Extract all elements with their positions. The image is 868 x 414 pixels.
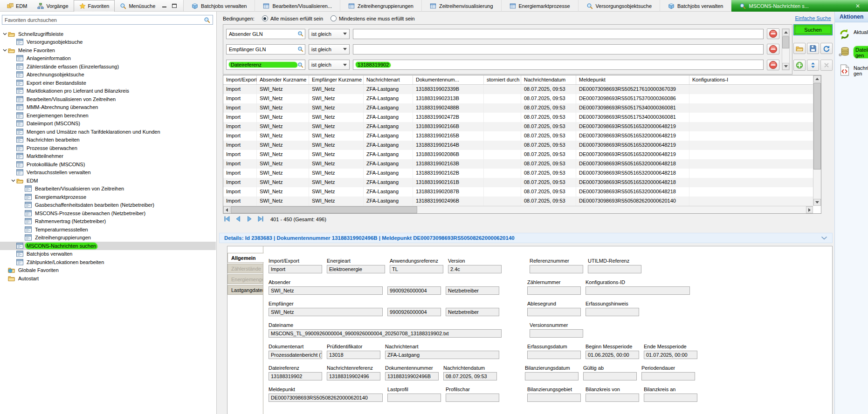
document-tab[interactable]: MSCONS-Nachrichten s... ✕	[731, 0, 868, 12]
table-row[interactable]: Import SWI_Netz SWI_Netz ZFA-Lastgang 13…	[223, 122, 821, 131]
form-field-input[interactable]	[530, 265, 583, 273]
table-row[interactable]: Import SWI_Netz SWI_Netz ZFA-Lastgang 13…	[223, 178, 821, 187]
conditions-scrollbar[interactable]	[782, 28, 790, 70]
search-icon[interactable]	[204, 17, 210, 23]
details-tab[interactable]: Lastgangdaten	[227, 285, 263, 295]
tree-item[interactable]: Globale Favoriten	[0, 266, 216, 275]
form-field-input[interactable]: ZFA-Lastgang	[385, 351, 499, 359]
tree-item[interactable]: Energiemarktprozesse	[0, 193, 216, 201]
form-field-input[interactable]: 08.07.2025, 09:53	[443, 372, 497, 380]
table-row[interactable]: Import SWI_Netz SWI_Netz ZFA-Lastgang 13…	[223, 159, 821, 169]
form-field-input[interactable]	[525, 372, 579, 380]
tree-item[interactable]: Energiemengen berechnen	[0, 111, 216, 120]
reset-query-button[interactable]	[820, 43, 833, 54]
table-row[interactable]: Import SWI_Netz SWI_Netz ZFA-Lastgang 13…	[223, 94, 821, 103]
scroll-left-icon[interactable]	[223, 206, 230, 213]
tree-item[interactable]: Anlageninformation	[0, 54, 216, 63]
action-item[interactable]: Aktualisi	[839, 28, 868, 40]
tree-item[interactable]: MMM-Abrechnung überwachen	[0, 103, 216, 112]
form-field-input[interactable]	[583, 372, 637, 380]
last-page-button[interactable]	[256, 215, 264, 223]
radio-all-conditions[interactable]: Alle müssen erfüllt sein	[262, 15, 323, 21]
field-selector[interactable]: Empfänger GLN	[226, 44, 305, 54]
tree-item[interactable]: Abrechnungsobjektsuche	[0, 71, 216, 79]
column-header[interactable]: Konfigurations-I	[689, 75, 812, 84]
form-field-input[interactable]: Netzbetreiber	[446, 286, 499, 295]
reorder-conditions-button[interactable]	[807, 60, 819, 71]
document-tab[interactable]: Versorgungsobjektsuche	[579, 0, 660, 12]
expand-arrow-icon[interactable]	[10, 177, 16, 183]
maximize-icon[interactable]	[171, 2, 178, 9]
radio-unselected-icon[interactable]	[331, 15, 337, 21]
field-lookup-icon[interactable]	[297, 62, 303, 68]
remove-condition-button[interactable]	[767, 60, 779, 70]
panel-tab[interactable]: EDM	[2, 0, 32, 12]
scroll-down-icon[interactable]	[782, 63, 789, 70]
clear-conditions-button[interactable]	[820, 60, 833, 71]
radio-any-condition[interactable]: Mindestens eine muss erfüllt sein	[331, 15, 415, 21]
scroll-down-icon[interactable]	[813, 199, 821, 206]
column-header[interactable]: Meldepunkt	[576, 75, 689, 84]
document-tab[interactable]: Bearbeiten/Visualisieren...	[255, 0, 340, 12]
form-field-input[interactable]	[387, 394, 441, 402]
condition-value-input[interactable]	[353, 29, 764, 39]
close-tab-icon[interactable]: ✕	[849, 3, 860, 9]
tree-item[interactable]: Marktlokationen pro Lieferant und Bilanz…	[0, 87, 216, 95]
table-row[interactable]: Import SWI_Netz SWI_Netz ZFA-Lastgang 13…	[223, 131, 821, 141]
tree-item[interactable]: Meine Favoriten	[0, 46, 216, 54]
scroll-right-icon[interactable]	[806, 206, 813, 213]
remove-condition-button[interactable]	[767, 28, 779, 39]
scrollbar-thumb[interactable]	[231, 206, 417, 213]
form-field-input[interactable]	[588, 265, 641, 273]
form-field-input[interactable]: 13188319902496B	[385, 372, 439, 380]
tree-item[interactable]: Mengen und Umsätze nach Tarifdeklaration…	[0, 128, 216, 136]
table-row[interactable]: Import SWI_Netz SWI_Netz ZFA-Lastgang 13…	[223, 141, 821, 150]
table-row[interactable]: Import SWI_Netz SWI_Netz ZFA-Lastgang 13…	[223, 187, 821, 197]
form-field-input[interactable]	[641, 372, 695, 380]
operator-select[interactable]: ist gleich	[309, 60, 350, 70]
action-item[interactable]: Dateilauf gen	[839, 46, 868, 58]
column-header[interactable]: storniert durch	[484, 75, 521, 84]
column-header[interactable]: Nachrichtendatum	[521, 75, 576, 84]
document-tab[interactable]: Batchjobs verwalten	[184, 0, 255, 12]
form-field-input[interactable]	[527, 351, 581, 359]
table-row[interactable]: Import SWI_Netz SWI_Netz ZFA-Lastgang 13…	[223, 197, 821, 206]
form-field-input[interactable]: 2.4c	[448, 265, 502, 273]
table-row[interactable]: Import SWI_Netz SWI_Netz ZFA-Lastgang 13…	[223, 150, 821, 159]
tree-item[interactable]: Gasbeschaffenheitsdaten bearbeiten (Netz…	[0, 201, 216, 210]
tree-item[interactable]: Verbrauchsstellen verwalten	[0, 169, 216, 177]
tree-item[interactable]: EDM	[0, 176, 216, 185]
tree-item[interactable]: Nachrichten bearbeiten	[0, 136, 216, 144]
minimize-icon[interactable]	[161, 2, 167, 9]
document-tab[interactable]: Zeitreihenvisualisierung	[422, 0, 502, 12]
tree-item[interactable]: Bearbeiten/Visualisieren von Zeitreihen	[0, 95, 216, 103]
column-header[interactable]: Empfänger Kurzname	[309, 75, 364, 84]
form-field-input[interactable]	[530, 329, 583, 338]
table-row[interactable]: Import SWI_Netz SWI_Netz ZFA-Lastgang 13…	[223, 169, 821, 178]
tree-item[interactable]: Prozesse überwachen	[0, 144, 216, 152]
search-button[interactable]: Suchen	[793, 24, 833, 35]
condition-value-input[interactable]	[353, 44, 764, 54]
field-lookup-icon[interactable]	[297, 46, 303, 52]
form-field-input[interactable]	[586, 286, 690, 295]
form-field-input[interactable]: 13018	[327, 351, 380, 359]
next-page-button[interactable]	[245, 215, 253, 223]
tree-item[interactable]: MSCONS-Nachrichten suchen	[0, 242, 216, 250]
field-lookup-icon[interactable]	[297, 31, 303, 37]
form-field-input[interactable]	[644, 394, 697, 402]
form-field-input[interactable]: SWI_Netz	[269, 286, 383, 295]
form-field-input[interactable]: Netzbetreiber	[446, 308, 499, 316]
tree-item[interactable]: Zählerstände erfassen (Einzelerfassung)	[0, 62, 216, 71]
remove-condition-button[interactable]	[767, 44, 779, 54]
form-field-input[interactable]	[586, 394, 639, 402]
radio-selected-icon[interactable]	[262, 15, 268, 21]
form-field-input[interactable]: 01.07.2025, 00:00	[644, 351, 697, 359]
panel-tab[interactable]: Favoriten	[74, 0, 115, 12]
column-header[interactable]: Import/Export	[223, 75, 257, 84]
tree-item[interactable]: MSCONS-Prozesse überwachen (Netzbetreibe…	[0, 209, 216, 217]
column-header[interactable]: Dokumentennum...	[413, 75, 484, 84]
add-condition-button[interactable]	[793, 60, 806, 71]
tree-item[interactable]: Zeitreihengruppierungen	[0, 234, 216, 242]
scroll-up-icon[interactable]	[782, 29, 789, 36]
details-tab[interactable]: Allgemein	[227, 253, 264, 263]
